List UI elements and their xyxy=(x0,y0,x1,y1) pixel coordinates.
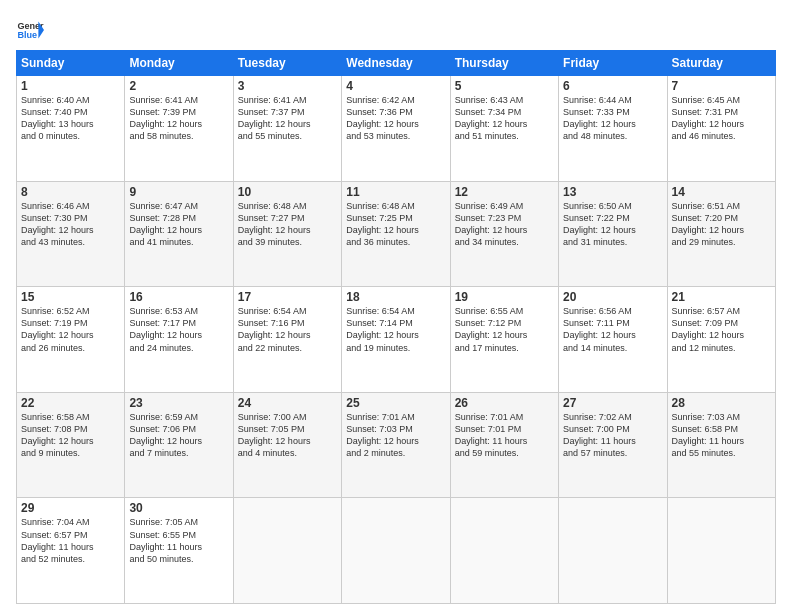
day-number: 12 xyxy=(455,185,554,199)
day-content: Sunrise: 6:42 AMSunset: 7:36 PMDaylight:… xyxy=(346,94,445,143)
day-content: Sunrise: 6:55 AMSunset: 7:12 PMDaylight:… xyxy=(455,305,554,354)
calendar-cell xyxy=(342,498,450,604)
calendar-cell: 30Sunrise: 7:05 AMSunset: 6:55 PMDayligh… xyxy=(125,498,233,604)
day-number: 11 xyxy=(346,185,445,199)
day-number: 5 xyxy=(455,79,554,93)
day-number: 16 xyxy=(129,290,228,304)
calendar-cell xyxy=(667,498,775,604)
day-content: Sunrise: 7:03 AMSunset: 6:58 PMDaylight:… xyxy=(672,411,771,460)
day-number: 29 xyxy=(21,501,120,515)
calendar-cell: 4Sunrise: 6:42 AMSunset: 7:36 PMDaylight… xyxy=(342,76,450,182)
day-number: 6 xyxy=(563,79,662,93)
logo: General Blue xyxy=(16,16,46,44)
day-content: Sunrise: 6:56 AMSunset: 7:11 PMDaylight:… xyxy=(563,305,662,354)
day-number: 15 xyxy=(21,290,120,304)
calendar-cell: 10Sunrise: 6:48 AMSunset: 7:27 PMDayligh… xyxy=(233,181,341,287)
weekday-header-saturday: Saturday xyxy=(667,51,775,76)
day-number: 4 xyxy=(346,79,445,93)
calendar-cell: 23Sunrise: 6:59 AMSunset: 7:06 PMDayligh… xyxy=(125,392,233,498)
day-number: 20 xyxy=(563,290,662,304)
day-number: 1 xyxy=(21,79,120,93)
day-number: 27 xyxy=(563,396,662,410)
calendar-cell: 2Sunrise: 6:41 AMSunset: 7:39 PMDaylight… xyxy=(125,76,233,182)
calendar-cell xyxy=(233,498,341,604)
day-content: Sunrise: 6:58 AMSunset: 7:08 PMDaylight:… xyxy=(21,411,120,460)
day-number: 14 xyxy=(672,185,771,199)
weekday-header-friday: Friday xyxy=(559,51,667,76)
calendar-cell: 21Sunrise: 6:57 AMSunset: 7:09 PMDayligh… xyxy=(667,287,775,393)
calendar-cell: 19Sunrise: 6:55 AMSunset: 7:12 PMDayligh… xyxy=(450,287,558,393)
calendar-cell: 22Sunrise: 6:58 AMSunset: 7:08 PMDayligh… xyxy=(17,392,125,498)
weekday-header-thursday: Thursday xyxy=(450,51,558,76)
calendar-week-5: 29Sunrise: 7:04 AMSunset: 6:57 PMDayligh… xyxy=(17,498,776,604)
calendar-week-3: 15Sunrise: 6:52 AMSunset: 7:19 PMDayligh… xyxy=(17,287,776,393)
calendar-cell: 25Sunrise: 7:01 AMSunset: 7:03 PMDayligh… xyxy=(342,392,450,498)
calendar-week-1: 1Sunrise: 6:40 AMSunset: 7:40 PMDaylight… xyxy=(17,76,776,182)
day-content: Sunrise: 6:47 AMSunset: 7:28 PMDaylight:… xyxy=(129,200,228,249)
day-content: Sunrise: 6:48 AMSunset: 7:27 PMDaylight:… xyxy=(238,200,337,249)
day-content: Sunrise: 6:49 AMSunset: 7:23 PMDaylight:… xyxy=(455,200,554,249)
calendar-cell: 17Sunrise: 6:54 AMSunset: 7:16 PMDayligh… xyxy=(233,287,341,393)
calendar-cell: 3Sunrise: 6:41 AMSunset: 7:37 PMDaylight… xyxy=(233,76,341,182)
calendar-cell: 20Sunrise: 6:56 AMSunset: 7:11 PMDayligh… xyxy=(559,287,667,393)
day-content: Sunrise: 7:04 AMSunset: 6:57 PMDaylight:… xyxy=(21,516,120,565)
day-content: Sunrise: 6:54 AMSunset: 7:16 PMDaylight:… xyxy=(238,305,337,354)
calendar-cell: 28Sunrise: 7:03 AMSunset: 6:58 PMDayligh… xyxy=(667,392,775,498)
day-number: 10 xyxy=(238,185,337,199)
calendar-cell: 29Sunrise: 7:04 AMSunset: 6:57 PMDayligh… xyxy=(17,498,125,604)
day-content: Sunrise: 6:41 AMSunset: 7:39 PMDaylight:… xyxy=(129,94,228,143)
calendar-cell: 15Sunrise: 6:52 AMSunset: 7:19 PMDayligh… xyxy=(17,287,125,393)
day-content: Sunrise: 7:00 AMSunset: 7:05 PMDaylight:… xyxy=(238,411,337,460)
weekday-header-sunday: Sunday xyxy=(17,51,125,76)
day-content: Sunrise: 6:50 AMSunset: 7:22 PMDaylight:… xyxy=(563,200,662,249)
svg-text:Blue: Blue xyxy=(17,30,37,40)
day-number: 17 xyxy=(238,290,337,304)
page: General Blue SundayMondayTuesdayWednesda… xyxy=(0,0,792,612)
day-content: Sunrise: 6:48 AMSunset: 7:25 PMDaylight:… xyxy=(346,200,445,249)
day-content: Sunrise: 6:41 AMSunset: 7:37 PMDaylight:… xyxy=(238,94,337,143)
day-content: Sunrise: 6:46 AMSunset: 7:30 PMDaylight:… xyxy=(21,200,120,249)
day-number: 22 xyxy=(21,396,120,410)
weekday-header-tuesday: Tuesday xyxy=(233,51,341,76)
calendar-cell: 1Sunrise: 6:40 AMSunset: 7:40 PMDaylight… xyxy=(17,76,125,182)
day-content: Sunrise: 6:44 AMSunset: 7:33 PMDaylight:… xyxy=(563,94,662,143)
day-number: 24 xyxy=(238,396,337,410)
calendar-week-4: 22Sunrise: 6:58 AMSunset: 7:08 PMDayligh… xyxy=(17,392,776,498)
calendar-cell: 6Sunrise: 6:44 AMSunset: 7:33 PMDaylight… xyxy=(559,76,667,182)
weekday-header-monday: Monday xyxy=(125,51,233,76)
day-number: 8 xyxy=(21,185,120,199)
day-content: Sunrise: 7:02 AMSunset: 7:00 PMDaylight:… xyxy=(563,411,662,460)
day-content: Sunrise: 6:52 AMSunset: 7:19 PMDaylight:… xyxy=(21,305,120,354)
day-number: 9 xyxy=(129,185,228,199)
calendar-cell: 24Sunrise: 7:00 AMSunset: 7:05 PMDayligh… xyxy=(233,392,341,498)
calendar-cell: 13Sunrise: 6:50 AMSunset: 7:22 PMDayligh… xyxy=(559,181,667,287)
calendar-cell: 18Sunrise: 6:54 AMSunset: 7:14 PMDayligh… xyxy=(342,287,450,393)
day-content: Sunrise: 7:01 AMSunset: 7:01 PMDaylight:… xyxy=(455,411,554,460)
logo-icon: General Blue xyxy=(16,16,44,44)
day-number: 21 xyxy=(672,290,771,304)
day-number: 19 xyxy=(455,290,554,304)
day-content: Sunrise: 6:40 AMSunset: 7:40 PMDaylight:… xyxy=(21,94,120,143)
day-content: Sunrise: 6:59 AMSunset: 7:06 PMDaylight:… xyxy=(129,411,228,460)
day-number: 13 xyxy=(563,185,662,199)
calendar-week-2: 8Sunrise: 6:46 AMSunset: 7:30 PMDaylight… xyxy=(17,181,776,287)
day-number: 30 xyxy=(129,501,228,515)
calendar-cell xyxy=(450,498,558,604)
day-number: 26 xyxy=(455,396,554,410)
calendar-cell: 9Sunrise: 6:47 AMSunset: 7:28 PMDaylight… xyxy=(125,181,233,287)
header: General Blue xyxy=(16,16,776,44)
day-number: 7 xyxy=(672,79,771,93)
calendar-cell: 14Sunrise: 6:51 AMSunset: 7:20 PMDayligh… xyxy=(667,181,775,287)
day-number: 25 xyxy=(346,396,445,410)
day-number: 2 xyxy=(129,79,228,93)
day-content: Sunrise: 6:54 AMSunset: 7:14 PMDaylight:… xyxy=(346,305,445,354)
day-number: 28 xyxy=(672,396,771,410)
day-content: Sunrise: 6:43 AMSunset: 7:34 PMDaylight:… xyxy=(455,94,554,143)
calendar-cell: 12Sunrise: 6:49 AMSunset: 7:23 PMDayligh… xyxy=(450,181,558,287)
day-number: 3 xyxy=(238,79,337,93)
day-number: 18 xyxy=(346,290,445,304)
day-number: 23 xyxy=(129,396,228,410)
day-content: Sunrise: 6:51 AMSunset: 7:20 PMDaylight:… xyxy=(672,200,771,249)
calendar-cell xyxy=(559,498,667,604)
calendar-cell: 11Sunrise: 6:48 AMSunset: 7:25 PMDayligh… xyxy=(342,181,450,287)
